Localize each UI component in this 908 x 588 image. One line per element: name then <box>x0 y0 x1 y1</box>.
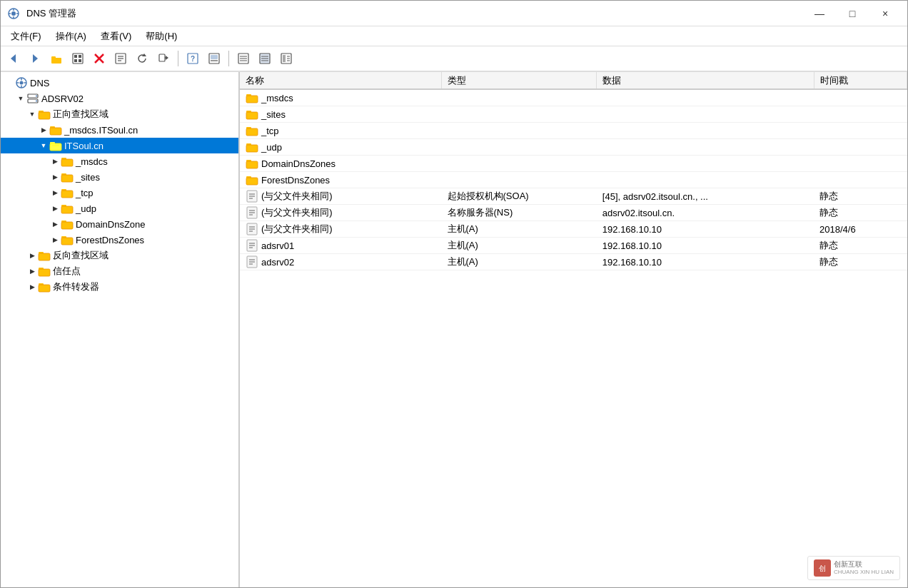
tree-label-dns: DNS <box>30 78 49 88</box>
cell-name: _sites <box>240 106 442 123</box>
cell-name: adsrv02 <box>240 254 442 270</box>
svg-rect-9 <box>51 56 56 59</box>
menu-help[interactable]: 帮助(H) <box>138 29 184 44</box>
expand-forward-zone[interactable]: ▼ <box>26 108 38 120</box>
expand-sites-child[interactable]: ▶ <box>49 171 61 183</box>
cell-data <box>597 89 814 106</box>
folder-icon <box>246 157 258 170</box>
svg-rect-29 <box>211 55 218 59</box>
svg-point-54 <box>36 101 37 102</box>
svg-point-53 <box>36 96 37 97</box>
menu-bar: 文件(F) 操作(A) 查看(V) 帮助(H) <box>1 26 907 46</box>
svg-rect-108 <box>246 176 251 178</box>
expand-reverse-zone[interactable]: ▶ <box>26 250 38 261</box>
expand-conditional-fwd[interactable]: ▶ <box>26 281 38 293</box>
menu-action[interactable]: 操作(A) <box>49 29 94 44</box>
svg-rect-89 <box>39 285 50 292</box>
refresh-button[interactable] <box>132 49 152 68</box>
table-row[interactable]: _msdcs <box>240 89 907 106</box>
cell-timestamp <box>814 123 907 139</box>
folder-forward-icon <box>38 108 51 121</box>
svg-rect-62 <box>50 142 55 144</box>
properties-button[interactable] <box>111 49 131 68</box>
table-row[interactable]: (与父文件夹相同)起始授权机构(SOA)[45], adsrv02.itsoul… <box>240 188 907 205</box>
row-name-label: adsrv01 <box>261 240 294 251</box>
svg-rect-107 <box>246 178 258 185</box>
cell-timestamp: 静态 <box>814 188 907 205</box>
table-row[interactable]: adsrv01主机(A)192.168.10.10静态 <box>240 238 907 254</box>
expand-msdcs-itsoul[interactable]: ▶ <box>38 124 49 136</box>
tree-node-domaindns-child[interactable]: ▶ DomainDnsZone <box>1 216 238 232</box>
tree-node-itsoul-cn[interactable]: ▼ ITSoul.cn <box>1 138 238 153</box>
cell-type: 主机(A) <box>442 254 597 270</box>
filter3-button[interactable] <box>276 49 296 68</box>
close-button[interactable]: × <box>869 2 902 25</box>
cell-timestamp <box>814 139 907 156</box>
help-button[interactable]: ? <box>183 49 203 68</box>
svg-rect-95 <box>246 112 258 119</box>
forward-button[interactable] <box>25 49 45 68</box>
expand-forestdns-child[interactable]: ▶ <box>49 234 61 245</box>
tree-label-sites-child: _sites <box>76 172 100 183</box>
table-row[interactable]: _tcp <box>240 123 907 139</box>
tree-node-forward-zone[interactable]: ▼ 正向查找区域 <box>1 106 238 122</box>
cell-type <box>442 123 597 139</box>
table-row[interactable]: _sites <box>240 106 907 123</box>
scope-button[interactable] <box>204 49 224 68</box>
svg-rect-13 <box>79 55 81 58</box>
back-button[interactable] <box>4 49 24 68</box>
delete-button[interactable] <box>89 49 109 68</box>
cell-name: (与父文件夹相同) <box>240 188 442 205</box>
expand-itsoul-cn[interactable]: ▼ <box>38 140 49 151</box>
svg-rect-87 <box>39 268 44 270</box>
detail-pane: 名称 类型 数据 时间戳 _msdcs _sites _tcp _udp Dom… <box>240 72 907 587</box>
table-row[interactable]: _udp <box>240 139 907 156</box>
console-button[interactable] <box>68 49 88 68</box>
cell-type <box>442 89 597 106</box>
expand-domaindns-child[interactable]: ▶ <box>49 218 61 230</box>
tree-node-tcp-child[interactable]: ▶ _tcp <box>1 185 238 201</box>
row-name-label: adsrv02 <box>261 257 294 268</box>
folder-udp-child-icon <box>61 202 74 215</box>
tree-node-trust-points[interactable]: ▶ 信任点 <box>1 263 238 279</box>
tree-node-reverse-zone[interactable]: ▶ 反向查找区域 <box>1 248 238 263</box>
expand-udp-child[interactable]: ▶ <box>49 203 61 214</box>
menu-file[interactable]: 文件(F) <box>4 29 49 44</box>
export-button[interactable] <box>153 49 173 68</box>
menu-view[interactable]: 查看(V) <box>94 29 138 44</box>
col-name[interactable]: 名称 <box>240 72 442 89</box>
tree-label-conditional-fwd: 条件转发器 <box>53 280 99 293</box>
cell-data: 192.168.10.10 <box>597 221 814 238</box>
svg-rect-80 <box>61 238 73 245</box>
minimize-button[interactable]: — <box>803 2 836 25</box>
expand-trust-points[interactable]: ▶ <box>26 265 38 277</box>
table-row[interactable]: (与父文件夹相同)名称服务器(NS)adsrv02.itsoul.cn.静态 <box>240 205 907 221</box>
tree-node-sites-child[interactable]: ▶ _sites <box>1 169 238 185</box>
maximize-button[interactable]: □ <box>836 2 869 25</box>
table-row[interactable]: ForestDnsZones <box>240 172 907 188</box>
col-timestamp[interactable]: 时间戳 <box>814 72 907 89</box>
tree-node-dns[interactable]: DNS <box>1 75 238 91</box>
folder-icon <box>246 141 258 153</box>
tree-node-msdcs-itsoul[interactable]: ▶ _msdcs.ITSoul.cn <box>1 122 238 138</box>
svg-point-1 <box>11 11 16 16</box>
expand-msdcs-child[interactable]: ▶ <box>49 156 61 167</box>
filter2-button[interactable] <box>255 49 275 68</box>
col-data[interactable]: 数据 <box>597 72 814 89</box>
expand-adsrv02[interactable]: ▼ <box>15 93 26 104</box>
expand-tcp-child[interactable]: ▶ <box>49 187 61 198</box>
table-row[interactable]: adsrv02主机(A)192.168.10.10静态 <box>240 254 907 270</box>
row-name-label: _sites <box>261 109 286 120</box>
tree-node-adsrv02[interactable]: ▼ ADSRV02 <box>1 91 238 106</box>
up-button[interactable] <box>46 49 66 68</box>
tree-node-conditional-fwd[interactable]: ▶ 条件转发器 <box>1 279 238 295</box>
record-icon <box>246 190 258 203</box>
tree-node-udp-child[interactable]: ▶ _udp <box>1 201 238 216</box>
tree-node-msdcs-child[interactable]: ▶ _msdcs <box>1 153 238 169</box>
filter1-button[interactable] <box>233 49 253 68</box>
table-row[interactable]: (与父文件夹相同)主机(A)192.168.10.102018/4/6 <box>240 221 907 238</box>
tree-node-forestdns-child[interactable]: ▶ ForestDnsZones <box>1 232 238 248</box>
table-row[interactable]: DomainDnsZones <box>240 156 907 172</box>
cell-data: 192.168.10.10 <box>597 254 814 270</box>
col-type[interactable]: 类型 <box>442 72 597 89</box>
